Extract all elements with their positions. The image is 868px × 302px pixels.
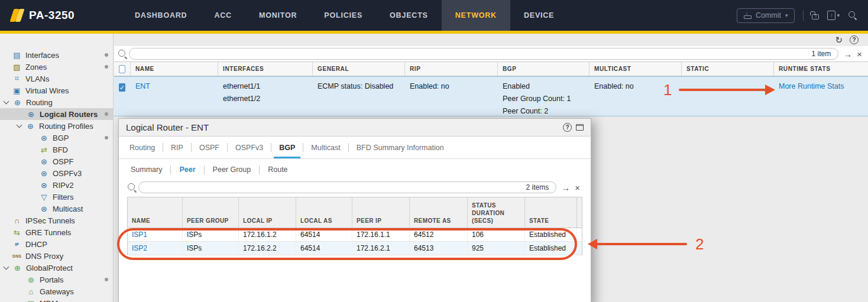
column-header-name[interactable]: NAME xyxy=(131,62,218,76)
sidebar-item-dns-proxy[interactable]: DNS DNS Proxy xyxy=(0,250,113,262)
nav-item-network[interactable]: NETWORK xyxy=(442,0,510,31)
sidebar-item-multicast[interactable]: ⊛ Multicast xyxy=(0,203,113,215)
global-search-icon[interactable] xyxy=(848,11,857,20)
column-header-bgp[interactable]: BGP xyxy=(498,62,590,76)
select-all-checkbox[interactable] xyxy=(119,65,125,73)
sidebar-item-ipsec-tunnels[interactable]: ∩ IPSec Tunnels xyxy=(0,215,113,226)
column-header-state[interactable]: STATE xyxy=(525,197,577,228)
search-input[interactable]: 1 item xyxy=(129,48,838,60)
nav-item-policies[interactable]: POLICIES xyxy=(310,0,376,31)
sidebar-item-portals[interactable]: ⊚ Portals xyxy=(0,274,113,285)
column-header-peer-ip[interactable]: PEER IP xyxy=(352,197,410,228)
sidebar-item-ospfv3[interactable]: ⊛ OSPFv3 xyxy=(0,167,113,179)
general-value: ECMP status: Disabled xyxy=(313,77,405,121)
apply-filter-icon[interactable]: → xyxy=(843,49,852,59)
sidebar-item-ripv2[interactable]: ⊛ RIPv2 xyxy=(0,179,113,191)
chevron-down-icon[interactable] xyxy=(4,264,9,270)
nav-item-device[interactable]: DEVICE xyxy=(510,0,568,31)
clear-filter-icon[interactable]: × xyxy=(575,183,580,193)
interfaces-icon: ▤ xyxy=(12,51,22,60)
tab-routing[interactable]: Routing xyxy=(128,137,163,158)
sidebar-item-routing-profiles[interactable]: ⊛ Routing Profiles xyxy=(0,120,113,132)
nav-item-monitor[interactable]: MONITOR xyxy=(245,0,310,31)
ipsec-tunnels-icon: ∩ xyxy=(12,216,22,225)
sidebar-item-globalprotect[interactable]: ⊕ GlobalProtect xyxy=(0,262,113,274)
routing-profiles-icon: ⊛ xyxy=(25,122,35,131)
column-header-runtime-stats[interactable]: RUNTIME STATS xyxy=(774,62,868,76)
subtab-summary[interactable]: Summary xyxy=(131,165,170,174)
subtab-route[interactable]: Route xyxy=(260,165,296,174)
table-row[interactable]: ✓ ENT ethernet1/1 ethernet1/2 ECMP statu… xyxy=(114,76,868,116)
refresh-icon[interactable]: ↻ xyxy=(835,35,843,44)
tab-ospfv3[interactable]: OSPFv3 xyxy=(228,137,271,158)
sidebar-item-bgp[interactable]: ⊛ BGP xyxy=(0,132,113,144)
config-lock-icon[interactable] xyxy=(812,14,819,20)
sidebar-navigation: ▤ Interfaces ▨ Zones ⌗ VLANs ▣ Virtual W… xyxy=(0,34,114,302)
subtab-peer-group[interactable]: Peer Group xyxy=(205,165,260,174)
sidebar-item-dhcp[interactable]: IP DHCP xyxy=(0,238,113,250)
tab-bgp[interactable]: BGP xyxy=(271,137,303,158)
chevron-down-icon[interactable] xyxy=(17,122,22,128)
column-header-remote-as[interactable]: REMOTE AS xyxy=(410,197,468,228)
sidebar-item-mdm[interactable]: ▣ MDM xyxy=(0,297,113,302)
tab-rip[interactable]: RIP xyxy=(163,137,191,158)
column-header-general[interactable]: GENERAL xyxy=(313,62,405,76)
nav-separator xyxy=(803,10,804,21)
sidebar-item-zones[interactable]: ▨ Zones xyxy=(0,61,113,73)
dialog-help-icon[interactable]: ? xyxy=(563,123,572,132)
virtual-wires-icon: ▣ xyxy=(12,86,22,95)
tab-bfd-summary[interactable]: BFD Summary Information xyxy=(349,137,452,158)
dialog-title: Logical Router - ENT xyxy=(126,122,209,132)
sidebar-item-label: DNS Proxy xyxy=(25,252,63,261)
dialog-search-input[interactable]: 2 items xyxy=(138,181,556,193)
help-icon[interactable]: ? xyxy=(850,35,859,44)
router-name-link[interactable]: ENT xyxy=(135,82,150,90)
chevron-down-icon[interactable] xyxy=(4,99,9,105)
sidebar-item-bfd[interactable]: ⇄ BFD xyxy=(0,144,113,155)
tab-ospf[interactable]: OSPF xyxy=(192,137,227,158)
sidebar-item-label: BFD xyxy=(53,145,68,154)
sidebar-item-gateways[interactable]: ⌂ Gateways xyxy=(0,285,113,297)
annotation-arrow2-line xyxy=(596,243,687,245)
nav-item-acc[interactable]: ACC xyxy=(200,0,245,31)
column-header-local-ip[interactable]: LOCAL IP xyxy=(239,197,296,228)
overflow-dot-icon xyxy=(105,65,108,69)
sidebar-item-routing[interactable]: ⊛ Routing xyxy=(0,96,113,108)
sidebar-item-virtual-wires[interactable]: ▣ Virtual Wires xyxy=(0,85,113,96)
tab-multicast[interactable]: Multicast xyxy=(303,137,348,158)
sidebar-item-interfaces[interactable]: ▤ Interfaces xyxy=(0,49,113,61)
sidebar-item-label: IPSec Tunnels xyxy=(25,216,75,225)
column-header-static[interactable]: STATIC xyxy=(682,62,774,76)
apply-filter-icon[interactable]: → xyxy=(561,183,570,193)
row-checkbox[interactable]: ✓ xyxy=(119,83,125,92)
column-header-status-duration[interactable]: STATUS DURATION (SECS) xyxy=(468,197,525,228)
sidebar-item-vlans[interactable]: ⌗ VLANs xyxy=(0,73,113,85)
column-header-peer-group[interactable]: PEER GROUP xyxy=(183,197,239,228)
commit-button[interactable]: Commit ▾ xyxy=(737,8,795,23)
subtab-peer[interactable]: Peer xyxy=(171,165,203,174)
sidebar-item-label: Routing xyxy=(26,98,53,107)
dialog-restore-icon[interactable] xyxy=(576,124,584,131)
dialog-title-bar[interactable]: Logical Router - ENT ? xyxy=(119,119,591,137)
save-config-button[interactable]: ↑ ▾ xyxy=(827,11,840,20)
sidebar-item-label: BGP xyxy=(53,134,69,142)
sidebar-item-label: GlobalProtect xyxy=(26,264,73,272)
nav-item-objects[interactable]: OBJECTS xyxy=(376,0,442,31)
column-header-multicast[interactable]: MULTICAST xyxy=(590,62,682,76)
device-name: PA-3250 xyxy=(29,9,75,22)
more-runtime-stats-link[interactable]: More Runtime Stats xyxy=(779,82,844,90)
column-header-local-as[interactable]: LOCAL AS xyxy=(296,197,352,228)
sidebar-item-logical-routers[interactable]: ⊛ Logical Routers xyxy=(0,108,113,120)
sidebar-item-gre-tunnels[interactable]: ⇆ GRE Tunnels xyxy=(0,226,113,238)
nav-item-dashboard[interactable]: DASHBOARD xyxy=(121,0,200,31)
sidebar-item-filters[interactable]: ▽ Filters xyxy=(0,191,113,203)
sidebar-item-label: Interfaces xyxy=(25,51,59,60)
sidebar-item-ospf[interactable]: ⊛ OSPF xyxy=(0,155,113,167)
column-header-name[interactable]: NAME xyxy=(128,197,183,228)
gutter-cell xyxy=(577,228,586,241)
column-header-rip[interactable]: RIP xyxy=(405,62,498,76)
clear-filter-icon[interactable]: × xyxy=(857,49,862,59)
overflow-dot-icon xyxy=(105,278,108,281)
sidebar-item-label: GRE Tunnels xyxy=(25,228,71,237)
column-header-interfaces[interactable]: INTERFACES xyxy=(218,62,313,76)
